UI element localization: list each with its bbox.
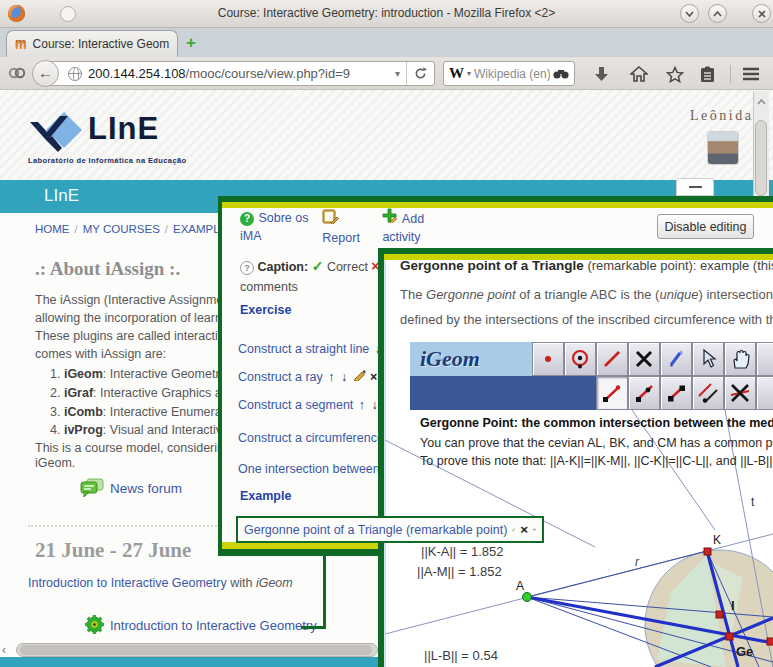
point-k xyxy=(704,548,711,555)
report-item[interactable]: Report xyxy=(322,208,374,246)
logo-text[interactable]: LInE xyxy=(88,114,159,144)
disable-editing-button[interactable]: Disable editing xyxy=(657,214,754,239)
bookmark-star-button[interactable] xyxy=(664,63,686,85)
search-engine-caret-icon[interactable]: ▾ xyxy=(467,69,471,78)
url-bar[interactable]: 200.144.254.108/mooc/course/view.php?id=… xyxy=(45,61,435,86)
title-bar[interactable]: Course: Interactive Geometry: introducti… xyxy=(0,0,773,28)
igeom-tool-line[interactable] xyxy=(596,342,628,376)
igeom-tool-select[interactable] xyxy=(692,342,724,376)
point-icon xyxy=(537,348,559,370)
about-footer-line: This is a course model, considering xyxy=(35,441,219,455)
vertical-scrollbar-thumb[interactable] xyxy=(755,120,767,196)
igeom-tool-circumference[interactable] xyxy=(564,342,596,376)
toolbar-separator xyxy=(730,65,731,83)
breadcrumb-home[interactable]: HOME xyxy=(35,223,70,235)
measurement: ||L-B|| = 0.54 xyxy=(424,648,498,663)
tab-strip: m Course: Interactive Geometr... + xyxy=(0,28,773,57)
eye-icon[interactable] xyxy=(533,525,536,534)
igeom-tool-partial[interactable] xyxy=(756,342,773,376)
downloads-button[interactable] xyxy=(590,63,612,85)
download-arrow-icon xyxy=(594,66,609,82)
activity-link[interactable]: Construct a straight line xyxy=(238,342,369,356)
about-ima-item[interactable]: ? Sobre os iMA xyxy=(240,208,314,246)
caption-correct-label: Correct xyxy=(327,260,368,274)
search-binoculars-icon[interactable] xyxy=(553,68,569,80)
maximize-button[interactable] xyxy=(708,4,727,23)
news-forum-link[interactable]: News forum xyxy=(110,481,182,496)
about-line: comes with iAssign are: xyxy=(35,347,219,361)
hscroll-left-arrow-icon[interactable]: ‹ xyxy=(2,643,6,657)
parallel-line-icon xyxy=(697,382,719,404)
label-a: A xyxy=(516,579,524,593)
add-icon xyxy=(382,208,397,223)
page-viewport: LInE Laboratório de Informática na Educa… xyxy=(0,90,773,667)
edit-icon[interactable] xyxy=(512,523,515,536)
exercise-heading: Exercise xyxy=(240,303,291,317)
igeom-tool-script[interactable] xyxy=(660,342,692,376)
igeom-tool-move[interactable] xyxy=(724,342,756,376)
navbar-menu-toggle[interactable] xyxy=(676,178,714,196)
edit-icon[interactable] xyxy=(353,368,366,381)
site-identity-icon[interactable] xyxy=(8,65,26,81)
horizontal-scrollbar-thumb[interactable] xyxy=(20,645,372,655)
wikipedia-logo-icon: W xyxy=(449,65,464,82)
hamburger-icon xyxy=(742,67,760,81)
search-bar[interactable]: W ▾ Wikipedia (en) xyxy=(443,61,575,86)
close-icon xyxy=(758,10,766,18)
activity-link[interactable]: Construct a segment xyxy=(238,398,353,412)
intersection-icon xyxy=(729,382,751,404)
avatar[interactable] xyxy=(708,132,738,164)
caption-help-icon[interactable]: ? xyxy=(240,261,254,275)
move-up-icon[interactable]: ↑ xyxy=(358,398,366,412)
move-up-icon[interactable]: ↑ xyxy=(327,370,335,384)
close-button[interactable] xyxy=(752,4,771,23)
clipboard-icon xyxy=(700,66,715,83)
chevron-up-icon xyxy=(713,11,722,17)
point-i xyxy=(716,611,723,618)
igeom-tool-line-two-points[interactable] xyxy=(596,376,628,410)
minimize-button[interactable] xyxy=(680,4,699,23)
ray-two-points-icon xyxy=(633,382,655,404)
new-tab-button[interactable]: + xyxy=(186,34,196,51)
label-i: I xyxy=(731,598,735,613)
week-summary-link[interactable]: Introduction to Interactive Geometry xyxy=(28,576,227,590)
bookmarks-menu-button[interactable] xyxy=(696,63,718,85)
igeom-activity-link[interactable]: Introduction to Interactive Geometry xyxy=(110,618,317,633)
report-link[interactable]: Report xyxy=(322,231,360,245)
url-dropdown-caret-icon[interactable]: ▾ xyxy=(389,68,406,79)
igeom-tool-ray-two-points[interactable] xyxy=(628,376,660,410)
igeom-toolbar-row1: iGeom xyxy=(410,342,773,376)
url-host: 200.144.254.108 xyxy=(88,66,186,81)
label-ge: Ge xyxy=(736,644,753,659)
delete-icon[interactable]: × xyxy=(370,370,377,384)
gergonne-activity-link[interactable]: Gergonne point of a Triangle (remarkable… xyxy=(244,523,507,537)
canvas-statement-bold: Gergonne Point: the common intersection … xyxy=(420,416,773,430)
tab-course[interactable]: m Course: Interactive Geometr... xyxy=(6,30,178,57)
activity-row: Construct a segment ↑ ↓ xyxy=(238,395,379,413)
igeom-tool-segment-two-points[interactable] xyxy=(660,376,692,410)
igeom-tool-intersection[interactable] xyxy=(724,376,756,410)
activity-link[interactable]: Construct a ray xyxy=(238,370,323,384)
user-name[interactable]: Leônida xyxy=(690,108,753,124)
move-down-icon[interactable]: ↓ xyxy=(340,370,348,384)
caption-label: Caption: xyxy=(257,260,308,274)
igeom-tool-partial[interactable] xyxy=(756,376,773,410)
add-activity-item[interactable]: Add activity xyxy=(382,208,440,246)
activity-link[interactable]: One intersection between o xyxy=(238,462,390,476)
home-button[interactable] xyxy=(628,63,650,85)
back-button[interactable]: ← xyxy=(32,60,59,87)
activity-link[interactable]: Construct a circumference xyxy=(238,431,384,445)
lesson-paragraph-line: defined by the intersections of the insc… xyxy=(400,312,773,327)
igeom-tool-delete[interactable] xyxy=(628,342,660,376)
breadcrumb-my-courses[interactable]: MY COURSES xyxy=(83,223,160,235)
navbar-brand[interactable]: LInE xyxy=(44,186,79,206)
line-icon xyxy=(601,348,623,370)
forum-icon xyxy=(80,478,104,498)
igeom-tool-parallel-line[interactable] xyxy=(692,376,724,410)
igeom-tool-point[interactable] xyxy=(532,342,564,376)
chevron-down-icon xyxy=(685,11,694,17)
delete-icon[interactable]: × xyxy=(520,522,528,537)
menu-button[interactable] xyxy=(740,63,762,85)
reload-button[interactable] xyxy=(406,62,434,85)
about-line: allowing the incorporation of learn xyxy=(35,311,219,325)
